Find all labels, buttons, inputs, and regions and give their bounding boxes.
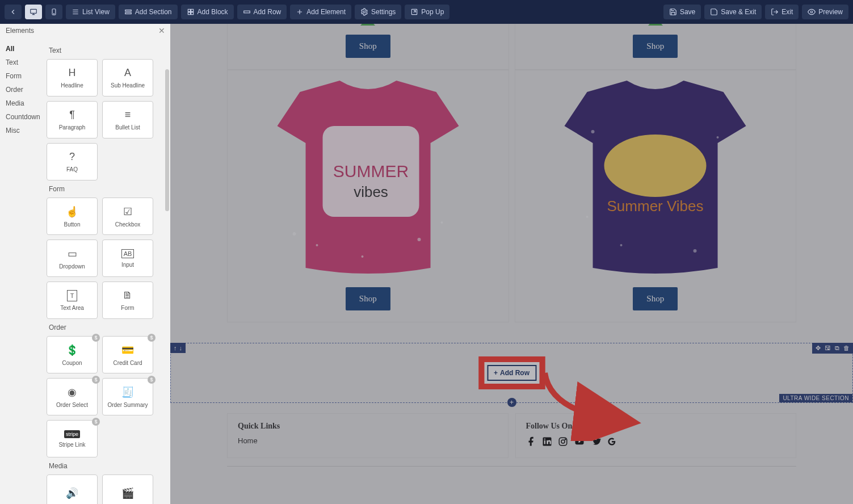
popup-icon xyxy=(410,8,418,16)
section-delete-button[interactable]: 🗑 xyxy=(842,345,851,352)
section-drag-handle[interactable]: ✥ xyxy=(814,345,822,352)
svg-point-20 xyxy=(361,255,363,258)
category-all[interactable]: All xyxy=(0,42,47,56)
product-card[interactable]: SUMMER vibes Shop xyxy=(227,70,509,322)
footer-link-home[interactable]: Home xyxy=(238,436,498,445)
category-order[interactable]: Order xyxy=(0,83,47,96)
category-form[interactable]: Form xyxy=(0,69,47,83)
exit-button[interactable]: Exit xyxy=(765,5,799,19)
section-save-button[interactable]: 🖫 xyxy=(823,345,832,352)
shop-button[interactable]: Shop xyxy=(346,35,390,58)
section-type-label: ULTRA WIDE SECTION xyxy=(779,394,852,402)
product-card[interactable]: Summer Vibes Shop xyxy=(515,70,797,322)
save-exit-icon xyxy=(710,8,718,16)
save-button[interactable]: Save xyxy=(663,5,701,19)
block-icon xyxy=(187,8,195,16)
svg-point-30 xyxy=(544,438,545,439)
editor-canvas: Shop Shop SUMMER vibes Shop xyxy=(170,24,853,504)
linkedin-icon[interactable] xyxy=(542,436,552,450)
move-down-button[interactable]: ↓ xyxy=(179,345,183,351)
elements-list: Text HHeadline ASub Headline ¶Paragraph … xyxy=(47,24,170,504)
settings-button[interactable]: Settings xyxy=(355,5,401,19)
svg-rect-6 xyxy=(191,9,193,11)
element-stripelink[interactable]: $stripeStripe Link xyxy=(47,420,98,457)
preview-button[interactable]: Preview xyxy=(802,5,848,19)
category-text[interactable]: Text xyxy=(0,56,47,69)
element-ordersummary[interactable]: $🧾Order Summary xyxy=(102,378,153,415)
category-countdown[interactable]: Countdown xyxy=(0,110,47,124)
section-media-title: Media xyxy=(49,462,165,470)
empty-section[interactable]: ↑ ↓ ✥ 🖫 ⧉ 🗑 + Add Row ULTRA WIDE SECTION… xyxy=(170,343,853,403)
product-image: Summer Vibes xyxy=(529,75,781,279)
element-faq[interactable]: ?FAQ xyxy=(47,143,98,180)
panel-close-button[interactable]: ✕ xyxy=(157,26,167,36)
svg-text:Summer Vibes: Summer Vibes xyxy=(607,198,704,215)
scrollbar[interactable] xyxy=(165,69,169,211)
back-button[interactable] xyxy=(5,5,22,19)
premium-badge: $ xyxy=(92,418,100,426)
element-checkbox[interactable]: ☑Checkbox xyxy=(102,198,153,235)
svg-point-27 xyxy=(586,216,589,218)
save-icon xyxy=(669,8,677,16)
shop-button[interactable]: Shop xyxy=(633,35,678,58)
element-subheadline[interactable]: ASub Headline xyxy=(102,59,153,96)
element-icon xyxy=(296,8,304,16)
element-orderselect[interactable]: $◉Order Select xyxy=(47,378,98,415)
add-section-button[interactable]: Add Section xyxy=(119,5,178,19)
facebook-icon[interactable] xyxy=(526,436,536,450)
element-headline[interactable]: HHeadline xyxy=(47,59,98,96)
shop-button[interactable]: Shop xyxy=(346,287,390,310)
element-textarea[interactable]: TText Area xyxy=(47,282,98,319)
plus-icon: + xyxy=(494,369,498,377)
add-section-below-button[interactable]: + xyxy=(507,398,516,407)
device-desktop-button[interactable] xyxy=(25,5,42,19)
element-button[interactable]: ☝Button xyxy=(47,198,98,235)
move-up-button[interactable]: ↑ xyxy=(174,345,177,351)
twitter-icon[interactable] xyxy=(591,436,601,450)
category-media[interactable]: Media xyxy=(0,96,47,110)
svg-point-23 xyxy=(591,130,595,133)
element-audio[interactable]: 🔊 xyxy=(47,474,98,504)
element-dropdown[interactable]: ▭Dropdown xyxy=(47,240,98,277)
instagram-icon[interactable] xyxy=(558,436,568,450)
save-label: Save xyxy=(680,8,695,16)
svg-rect-4 xyxy=(125,12,132,14)
section-form-title: Form xyxy=(49,185,165,193)
footer-follow[interactable]: Follow Us On xyxy=(515,413,797,458)
add-row-toolbar-button[interactable]: Add Row xyxy=(237,5,287,19)
follow-title: Follow Us On xyxy=(526,422,786,431)
svg-point-12 xyxy=(811,11,813,13)
svg-rect-5 xyxy=(188,9,190,11)
element-creditcard[interactable]: $💳Credit Card xyxy=(102,336,153,373)
svg-point-32 xyxy=(561,440,565,443)
shop-button[interactable]: Shop xyxy=(633,287,678,310)
product-card[interactable]: Shop xyxy=(515,24,797,70)
add-element-button[interactable]: Add Element xyxy=(290,5,351,19)
save-exit-button[interactable]: Save & Exit xyxy=(704,5,762,19)
element-categories: All Text Form Order Media Countdown Misc xyxy=(0,24,47,504)
element-paragraph[interactable]: ¶Paragraph xyxy=(47,101,98,138)
product-card[interactable]: Shop xyxy=(227,24,509,70)
product-placeholder-icon xyxy=(647,24,664,27)
premium-badge: $ xyxy=(148,376,156,384)
element-form[interactable]: 🗎Form xyxy=(102,282,153,319)
add-row-button[interactable]: + Add Row xyxy=(487,365,536,381)
svg-point-17 xyxy=(316,244,318,246)
add-block-button[interactable]: Add Block xyxy=(181,5,234,19)
product-row-top: Shop Shop xyxy=(227,24,796,70)
list-view-button[interactable]: List View xyxy=(66,5,115,19)
google-icon[interactable] xyxy=(607,436,617,450)
footer-quicklinks[interactable]: Quick Links Home xyxy=(227,413,509,458)
premium-badge: $ xyxy=(92,334,100,342)
popup-button[interactable]: Pop Up xyxy=(405,5,449,19)
add-row-highlight: + Add Row xyxy=(478,356,545,389)
device-mobile-button[interactable] xyxy=(45,5,62,19)
element-coupon[interactable]: $💲Coupon xyxy=(47,336,98,373)
section-clone-button[interactable]: ⧉ xyxy=(834,345,841,352)
element-input[interactable]: ABInput xyxy=(102,240,153,277)
element-bulletlist[interactable]: ≡Bullet List xyxy=(102,101,153,138)
element-video[interactable]: 🎬 xyxy=(102,474,153,504)
youtube-icon[interactable] xyxy=(574,436,585,450)
category-misc[interactable]: Misc xyxy=(0,124,47,137)
svg-point-26 xyxy=(694,249,697,253)
